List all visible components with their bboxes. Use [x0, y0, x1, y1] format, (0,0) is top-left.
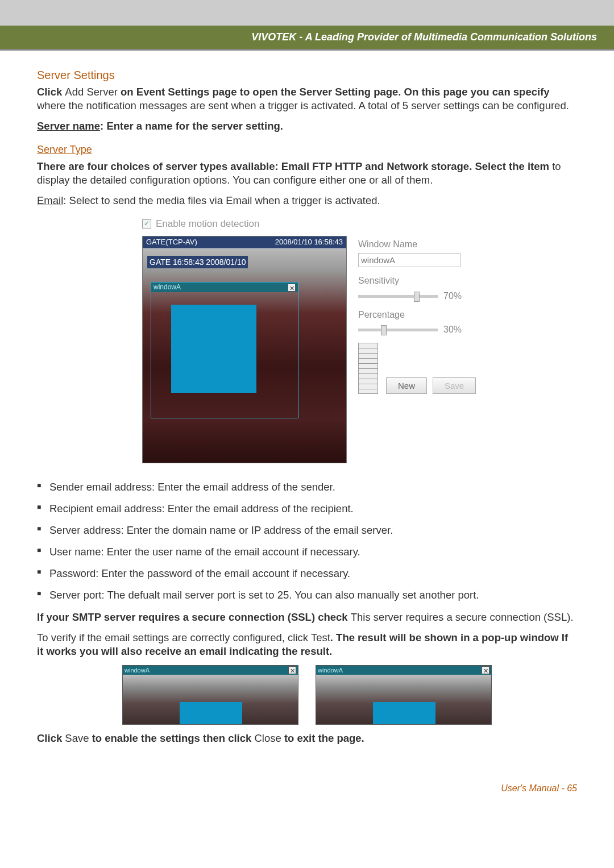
motion-ui-panel: ✓ Enable motion detection GATE(TCP-AV) 2…: [136, 214, 478, 470]
closing-b3: to exit the page.: [284, 732, 364, 744]
bullet-username: User name: Enter the user name of the em…: [37, 545, 577, 559]
email-text: : Select to send the media files via Ema…: [63, 194, 380, 206]
overlay-text: GATE 16:58:43 2008/01/10: [147, 256, 248, 268]
enable-motion-label: Enable motion detection: [156, 218, 259, 230]
enable-motion-row: ✓ Enable motion detection: [142, 218, 472, 230]
bullet-sender: Sender email address: Enter the email ad…: [37, 480, 577, 494]
preview-title-left: GATE(TCP-AV): [146, 238, 197, 247]
email-label: Email: [37, 194, 63, 206]
intro-paragraph: Click Add Server on Event Settings page …: [37, 85, 577, 113]
level-bars: [358, 343, 378, 394]
bullet-recipient: Recipient email address: Enter the email…: [37, 502, 577, 516]
close-icon[interactable]: ✕: [288, 284, 296, 292]
verify-paragraph: To verify if the email settings are corr…: [37, 631, 577, 658]
test-highlight: [373, 702, 435, 725]
intro-p2: where the notification messages are sent…: [37, 99, 569, 111]
new-button[interactable]: New: [386, 377, 427, 394]
enable-motion-checkbox[interactable]: ✓: [142, 219, 151, 229]
test-result-window-2: windowA ✕: [316, 665, 492, 725]
intro-p1: Add Server: [65, 86, 121, 98]
page-header: VIVOTEK - A Leading Provider of Multimed…: [0, 26, 614, 51]
server-name-text: : Enter a name for the server setting.: [100, 120, 283, 132]
footer-text: User's Manual - 65: [501, 783, 577, 793]
section-title: Server Settings: [37, 68, 577, 82]
window-name-input[interactable]: windowA: [358, 253, 460, 268]
close-icon[interactable]: ✕: [288, 666, 296, 674]
preview-frame: GATE(TCP-AV) 2008/01/10 16:58:43 GATE 16…: [142, 236, 347, 463]
email-line: Email: Select to send the media files vi…: [37, 194, 577, 207]
preview-title-right: 2008/01/10 16:58:43: [275, 238, 343, 247]
test-win1-title: windowA: [125, 666, 150, 674]
server-name-label: Server name: [37, 120, 100, 132]
test-highlight: [180, 702, 242, 725]
sensitivity-slider[interactable]: [358, 295, 438, 298]
closing-p2: Close: [254, 732, 284, 744]
percentage-value: 30%: [443, 324, 462, 336]
ssl-paragraph: If your SMTP server requires a secure co…: [37, 610, 577, 624]
server-name-line: Server name: Enter a name for the server…: [37, 119, 577, 133]
sensitivity-value: 70%: [443, 290, 462, 302]
bullet-password: Password: Enter the password of the emai…: [37, 567, 577, 580]
intro-b1: Click: [37, 86, 65, 98]
motion-highlight: [171, 305, 256, 393]
test-win2-title: windowA: [318, 666, 343, 674]
preview-title-bar: GATE(TCP-AV) 2008/01/10 16:58:43: [143, 236, 346, 248]
motion-window-title: windowA: [154, 283, 181, 292]
test-result-window-1: windowA ✕: [122, 665, 298, 725]
closing-p1: Save: [65, 732, 92, 744]
percentage-label: Percentage: [358, 309, 476, 321]
email-fields-list: Sender email address: Enter the email ad…: [37, 480, 577, 602]
page-footer: User's Manual - 65: [0, 769, 614, 811]
window-name-label: Window Name: [358, 239, 476, 251]
sensitivity-label: Sensitivity: [358, 275, 476, 287]
closing-paragraph: Click Save to enable the settings then c…: [37, 732, 577, 745]
bullet-server-port: Server port: The defualt mail server por…: [37, 588, 577, 602]
close-icon[interactable]: ✕: [482, 666, 489, 674]
closing-b1: Click: [37, 732, 65, 744]
percentage-slider[interactable]: [358, 329, 438, 331]
bullet-server-address: Server address: Enter the domain name or…: [37, 524, 577, 537]
intro-b2: on Event Settings page to open the Serve…: [121, 86, 550, 98]
save-button[interactable]: Save: [433, 377, 476, 394]
types-bold: There are four choices of server types a…: [37, 160, 552, 172]
types-paragraph: There are four choices of server types a…: [37, 160, 577, 187]
brand-text: VIVOTEK - A Leading Provider of Multimed…: [251, 31, 597, 43]
closing-b2: to enable the settings then click: [92, 732, 255, 744]
ssl-bold: If your SMTP server requires a secure co…: [37, 611, 351, 623]
verify-plain: To verify if the email settings are corr…: [37, 632, 330, 643]
server-type-title: Server Type: [37, 143, 577, 156]
ssl-plain: This server requires a secure connection…: [351, 611, 574, 623]
